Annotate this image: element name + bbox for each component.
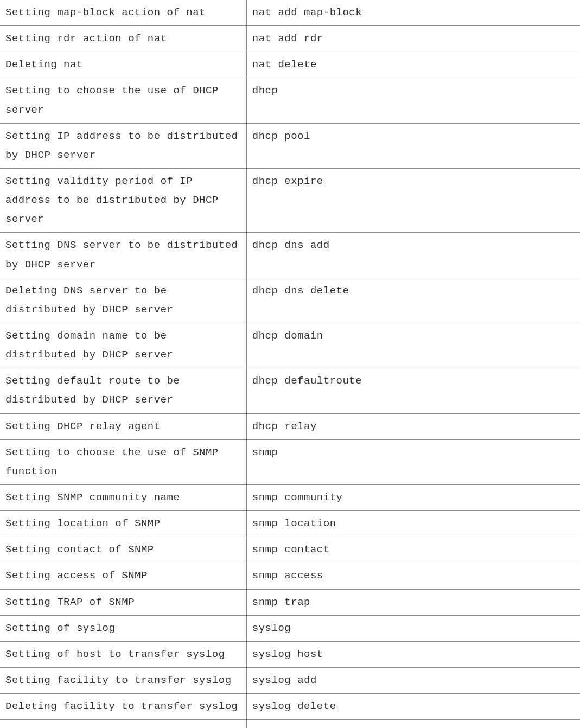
table-row: Setting TRAP of SNMPsnmp trap (0, 589, 580, 615)
description-cell: Setting DHCP relay agent (0, 413, 246, 439)
description-cell: Setting to choose the use of SNMP functi… (0, 439, 246, 484)
description-cell: Deleting facility to transfer syslog (0, 694, 246, 720)
command-cell: snmp access (246, 563, 580, 589)
command-reference-table: Setting map-block action of natnat add m… (0, 0, 580, 728)
description-cell: Setting IP address to be distributed by … (0, 123, 246, 168)
command-cell: snmp contact (246, 537, 580, 563)
description-cell: Setting domain name to be distributed by… (0, 323, 246, 368)
table-row: Deleting natnat delete (0, 52, 580, 78)
description-cell: Setting facility to transfer syslog (0, 667, 246, 693)
table-row: Generating SSH host keyssh keygen (0, 720, 580, 728)
description-cell: Setting SNMP community name (0, 484, 246, 510)
table-row: Setting of host to transfer syslogsyslog… (0, 641, 580, 667)
description-cell: Setting map-block action of nat (0, 0, 246, 26)
command-cell: snmp (246, 439, 580, 484)
command-cell: snmp trap (246, 589, 580, 615)
table-row: Setting validity period of IP address to… (0, 168, 580, 232)
table-row: Setting rdr action of natnat add rdr (0, 26, 580, 52)
description-cell: Setting to choose the use of DHCP server (0, 78, 246, 123)
description-cell: Setting of host to transfer syslog (0, 641, 246, 667)
table-row: Setting DHCP relay agentdhcp relay (0, 413, 580, 439)
table-row: Deleting DNS server to be distributed by… (0, 278, 580, 323)
command-cell: dhcp dns delete (246, 278, 580, 323)
command-cell: snmp location (246, 511, 580, 537)
table-row: Setting DNS server to be distributed by … (0, 233, 580, 278)
command-cell: dhcp (246, 78, 580, 123)
table-row: Setting contact of SNMPsnmp contact (0, 537, 580, 563)
table-row: Setting SNMP community namesnmp communit… (0, 484, 580, 510)
description-cell: Setting rdr action of nat (0, 26, 246, 52)
command-cell: dhcp expire (246, 168, 580, 232)
table-row: Setting to choose the use of DHCP server… (0, 78, 580, 123)
command-cell: dhcp relay (246, 413, 580, 439)
command-cell: syslog add (246, 667, 580, 693)
table-row: Setting IP address to be distributed by … (0, 123, 580, 168)
command-cell: nat add map-block (246, 0, 580, 26)
table-row: Setting domain name to be distributed by… (0, 323, 580, 368)
description-cell: Setting access of SNMP (0, 563, 246, 589)
command-cell: dhcp pool (246, 123, 580, 168)
table-row: Setting facility to transfer syslogsyslo… (0, 667, 580, 693)
command-cell: syslog host (246, 641, 580, 667)
description-cell: Deleting DNS server to be distributed by… (0, 278, 246, 323)
command-cell: ssh keygen (246, 720, 580, 728)
description-cell: Setting TRAP of SNMP (0, 589, 246, 615)
table-row: Setting access of SNMPsnmp access (0, 563, 580, 589)
description-cell: Setting of syslog (0, 615, 246, 641)
table-row: Deleting facility to transfer syslogsysl… (0, 694, 580, 720)
table-row: Setting of syslogsyslog (0, 615, 580, 641)
table-body: Setting map-block action of natnat add m… (0, 0, 580, 728)
command-cell: dhcp dns add (246, 233, 580, 278)
command-cell: dhcp defaultroute (246, 368, 580, 413)
command-cell: nat add rdr (246, 26, 580, 52)
command-cell: syslog (246, 615, 580, 641)
command-cell: snmp community (246, 484, 580, 510)
description-cell: Setting default route to be distributed … (0, 368, 246, 413)
table-row: Setting location of SNMPsnmp location (0, 511, 580, 537)
command-cell: dhcp domain (246, 323, 580, 368)
description-cell: Deleting nat (0, 52, 246, 78)
table-row: Setting default route to be distributed … (0, 368, 580, 413)
description-cell: Setting DNS server to be distributed by … (0, 233, 246, 278)
command-cell: nat delete (246, 52, 580, 78)
table-row: Setting to choose the use of SNMP functi… (0, 439, 580, 484)
description-cell: Setting validity period of IP address to… (0, 168, 246, 232)
table-row: Setting map-block action of natnat add m… (0, 0, 580, 26)
description-cell: Setting location of SNMP (0, 511, 246, 537)
description-cell: Setting contact of SNMP (0, 537, 246, 563)
description-cell: Generating SSH host key (0, 720, 246, 728)
command-cell: syslog delete (246, 694, 580, 720)
